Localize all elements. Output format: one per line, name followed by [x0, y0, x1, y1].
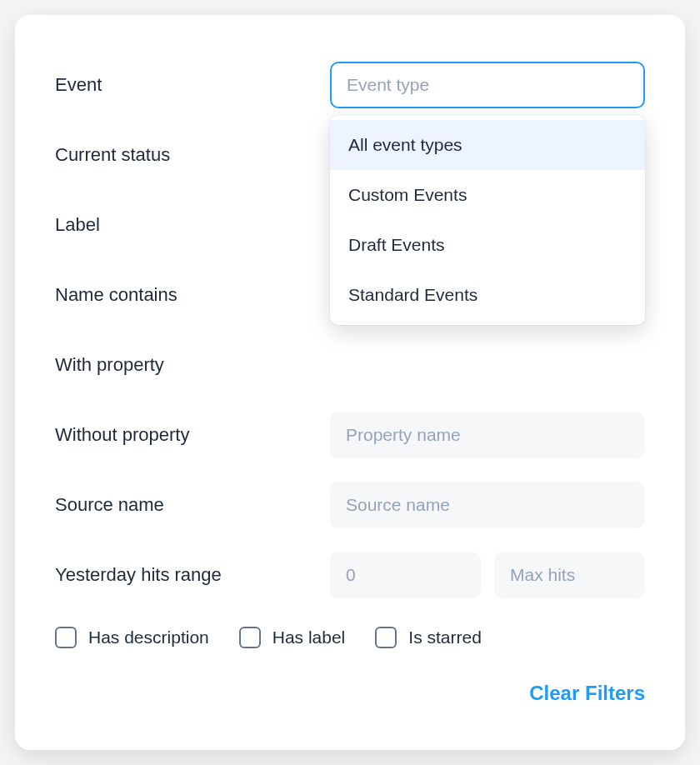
- row-hits-range: Yesterday hits range 0 Max hits: [55, 552, 645, 598]
- label-current-status: Current status: [55, 144, 170, 165]
- row-source-name: Source name Source name: [55, 482, 645, 528]
- checkbox-label-is-starred: Is starred: [408, 628, 482, 648]
- source-name-input[interactable]: Source name: [330, 482, 645, 528]
- min-hits-input[interactable]: 0: [330, 552, 481, 598]
- row-event: Event Event type All event types Custom …: [55, 62, 645, 108]
- footer: Clear Filters: [55, 682, 645, 705]
- event-type-dropdown: All event types Custom Events Draft Even…: [330, 115, 645, 325]
- checkbox-box-icon: [375, 627, 397, 648]
- dropdown-option-standard[interactable]: Standard Events: [330, 270, 645, 320]
- checkbox-has-description[interactable]: Has description: [55, 627, 209, 648]
- checkbox-label-has-description: Has description: [88, 628, 209, 648]
- checkbox-row: Has description Has label Is starred: [55, 627, 645, 648]
- label-without-property: Without property: [55, 424, 189, 445]
- event-type-placeholder: Event type: [347, 75, 429, 95]
- label-hits-range: Yesterday hits range: [55, 564, 222, 585]
- checkbox-box-icon: [55, 627, 77, 648]
- source-name-placeholder: Source name: [346, 495, 450, 515]
- label-with-property: With property: [55, 354, 164, 375]
- label-label: Label: [55, 214, 100, 235]
- label-name-contains: Name contains: [55, 284, 178, 305]
- without-property-input[interactable]: Property name: [330, 412, 645, 458]
- row-with-property: With property: [55, 342, 645, 388]
- min-hits-placeholder: 0: [346, 565, 356, 585]
- max-hits-input[interactable]: Max hits: [494, 552, 645, 598]
- filter-panel: Event Event type All event types Custom …: [15, 15, 685, 750]
- event-type-select[interactable]: Event type: [330, 62, 645, 108]
- label-event: Event: [55, 74, 102, 95]
- dropdown-option-custom[interactable]: Custom Events: [330, 170, 645, 220]
- max-hits-placeholder: Max hits: [510, 565, 575, 585]
- label-source-name: Source name: [55, 494, 164, 515]
- without-property-placeholder: Property name: [346, 425, 461, 445]
- checkbox-box-icon: [239, 627, 261, 648]
- checkbox-is-starred[interactable]: Is starred: [375, 627, 482, 648]
- row-without-property: Without property Property name: [55, 412, 645, 458]
- checkbox-has-label[interactable]: Has label: [239, 627, 346, 648]
- clear-filters-link[interactable]: Clear Filters: [529, 682, 645, 705]
- dropdown-option-draft[interactable]: Draft Events: [330, 220, 645, 270]
- checkbox-label-has-label: Has label: [272, 628, 346, 648]
- dropdown-option-all[interactable]: All event types: [330, 120, 645, 170]
